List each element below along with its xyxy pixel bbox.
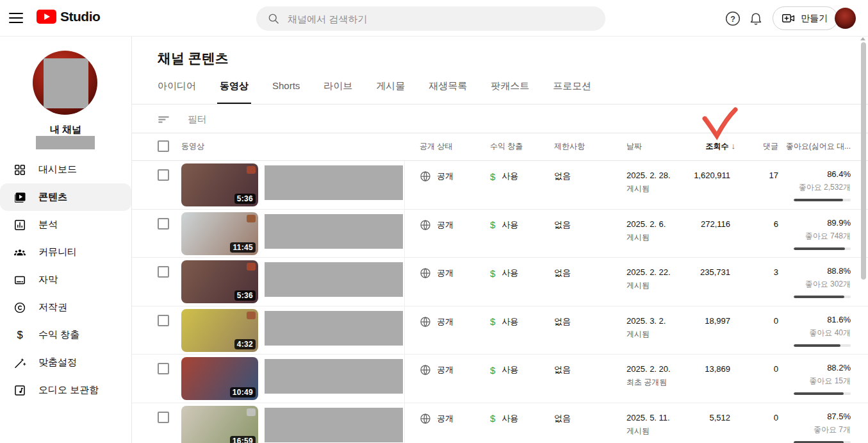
- row-checkbox[interactable]: [158, 169, 169, 181]
- filter-bar[interactable]: 필터: [158, 109, 207, 130]
- bell-icon: [748, 11, 764, 26]
- tab-videos[interactable]: 동영상: [220, 80, 249, 104]
- scrollbar-thumb[interactable]: [861, 42, 866, 280]
- account-avatar[interactable]: [835, 8, 856, 29]
- create-button[interactable]: 만들기: [773, 6, 838, 30]
- tab-shorts[interactable]: Shorts: [272, 80, 300, 104]
- visibility-cell[interactable]: 공개: [420, 413, 454, 424]
- table-row[interactable]: 11:45공개$사용없음2025. 2. 6.게시됨272,116689.9%좋…: [132, 210, 868, 258]
- tab-live[interactable]: 라이브: [323, 80, 352, 104]
- column-comments[interactable]: 댓글: [763, 141, 778, 152]
- video-thumbnail[interactable]: 5:36: [181, 163, 258, 206]
- thumbnail-corner-badge: [247, 263, 256, 271]
- tab-promotions[interactable]: 프로모션: [553, 80, 591, 104]
- channel-avatar[interactable]: [33, 51, 97, 115]
- visibility-label: 공개: [437, 413, 454, 424]
- date-cell: 2025. 2. 22.게시됨: [626, 267, 671, 291]
- column-likes[interactable]: 좋아요(싫어요 대...: [786, 141, 851, 152]
- monetization-cell[interactable]: $사용: [490, 267, 518, 279]
- column-monetization[interactable]: 수익 창출: [490, 141, 523, 152]
- video-thumbnail[interactable]: 5:36: [181, 260, 258, 303]
- column-views-label: 조회수: [706, 141, 729, 152]
- sidebar-item-customization[interactable]: 맞춤설정: [0, 349, 131, 376]
- tab-ideas[interactable]: 아이디어: [158, 80, 196, 104]
- sort-descending-icon: ↓: [732, 141, 736, 152]
- monetization-cell[interactable]: $사용: [490, 413, 518, 424]
- filter-label: 필터: [188, 113, 207, 126]
- row-checkbox[interactable]: [158, 363, 169, 374]
- like-ratio-bar-fill: [794, 296, 844, 298]
- video-thumbnail[interactable]: 11:45: [181, 212, 258, 255]
- row-checkbox[interactable]: [158, 412, 169, 423]
- video-thumbnail[interactable]: 16:59: [181, 406, 258, 443]
- table-row[interactable]: 5:36공개$사용없음2025. 2. 28.게시됨1,620,9111786.…: [132, 161, 868, 210]
- sidebar-item-community[interactable]: 커뮤니티: [0, 238, 131, 266]
- tab-podcasts[interactable]: 팟캐스트: [491, 80, 529, 104]
- search-input[interactable]: [288, 13, 605, 24]
- date-cell: 2025. 2. 20.최초 공개됨: [626, 364, 671, 388]
- visibility-cell[interactable]: 공개: [420, 267, 454, 279]
- monetization-cell[interactable]: $사용: [490, 219, 518, 231]
- date-value: 2025. 2. 22.: [626, 267, 671, 277]
- globe-icon: [420, 316, 431, 328]
- column-video[interactable]: 동영상: [181, 141, 204, 152]
- youtube-studio-page: Studio ? 만들기 내 채널 대시보드콘텐츠분석커뮤니티자막저작권$수익 …: [0, 0, 868, 443]
- column-date[interactable]: 날짜: [626, 141, 642, 152]
- visibility-cell[interactable]: 공개: [420, 219, 454, 231]
- tab-posts[interactable]: 게시물: [376, 80, 405, 104]
- monetization-cell[interactable]: $사용: [490, 316, 518, 328]
- table-row[interactable]: 16:59공개$사용없음2025. 5. 11.게시됨5,512087.5%좋아…: [132, 403, 868, 443]
- sidebar-item-label: 대시보드: [38, 163, 77, 176]
- date-value: 2025. 2. 20.: [626, 364, 671, 374]
- table-row[interactable]: 5:36공개$사용없음2025. 2. 22.게시됨235,731388.8%좋…: [132, 258, 868, 306]
- select-all-checkbox[interactable]: [158, 140, 169, 152]
- monetization-cell[interactable]: $사용: [490, 364, 518, 376]
- monetization-dollar-icon: $: [490, 365, 495, 376]
- row-checkbox[interactable]: [158, 218, 169, 230]
- sidebar-item-subtitles[interactable]: 자막: [0, 266, 131, 294]
- channel-search: [256, 6, 605, 31]
- help-button[interactable]: ?: [725, 10, 741, 27]
- table-row[interactable]: 4:32공개$사용없음2025. 3. 2.게시됨18,997081.6%좋아요…: [132, 306, 868, 355]
- hamburger-menu-icon[interactable]: [9, 13, 23, 23]
- like-count: 좋아요 2,532개: [774, 182, 851, 193]
- video-duration-badge: 5:36: [234, 290, 256, 301]
- sidebar-item-monetization[interactable]: $수익 창출: [0, 321, 131, 349]
- column-restrictions[interactable]: 제한사항: [554, 141, 585, 152]
- scrollbar-up-arrow[interactable]: [860, 37, 865, 40]
- svg-text:$: $: [17, 329, 22, 340]
- likes-cell: 86.4%좋아요 2,532개: [774, 169, 851, 201]
- sidebar-item-copyright[interactable]: 저작권: [0, 294, 131, 321]
- sidebar-item-audio-library[interactable]: 오디오 보관함: [0, 376, 131, 404]
- column-visibility[interactable]: 공개 상태: [420, 141, 452, 152]
- sidebar-item-content[interactable]: 콘텐츠: [0, 183, 131, 211]
- sidebar-item-dashboard[interactable]: 대시보드: [0, 156, 131, 183]
- column-views-sorted[interactable]: 조회수 ↓: [706, 141, 736, 152]
- restrictions-cell: 없음: [554, 413, 571, 424]
- date-cell: 2025. 5. 11.게시됨: [626, 413, 670, 437]
- sidebar-item-analytics[interactable]: 분석: [0, 211, 131, 238]
- like-ratio-bar: [794, 199, 851, 201]
- video-thumbnail[interactable]: 4:32: [181, 309, 258, 352]
- monetization-dollar-icon: $: [490, 171, 495, 182]
- monetization-cell[interactable]: $사용: [490, 171, 518, 182]
- notifications-button[interactable]: [748, 10, 764, 27]
- youtube-studio-logo[interactable]: Studio: [37, 9, 100, 24]
- like-count: 좋아요 748개: [774, 231, 851, 242]
- table-row[interactable]: 10:49공개$사용없음2025. 2. 20.최초 공개됨13,869088.…: [132, 355, 868, 403]
- globe-icon: [420, 413, 431, 424]
- visibility-label: 공개: [437, 267, 454, 279]
- visibility-cell[interactable]: 공개: [420, 316, 454, 328]
- row-checkbox[interactable]: [158, 315, 169, 326]
- visibility-cell[interactable]: 공개: [420, 364, 454, 376]
- redacted-video-title: [265, 359, 403, 394]
- sidebar-item-label: 콘텐츠: [38, 191, 67, 203]
- sidebar-item-label: 수익 창출: [38, 329, 79, 341]
- sidebar-item-label: 저작권: [38, 301, 67, 313]
- visibility-cell[interactable]: 공개: [420, 171, 454, 182]
- row-checkbox[interactable]: [158, 266, 169, 278]
- tab-playlists[interactable]: 재생목록: [429, 80, 467, 104]
- redacted-video-title: [265, 408, 403, 442]
- video-thumbnail[interactable]: 10:49: [181, 357, 258, 400]
- like-count: 좋아요 7개: [774, 424, 851, 435]
